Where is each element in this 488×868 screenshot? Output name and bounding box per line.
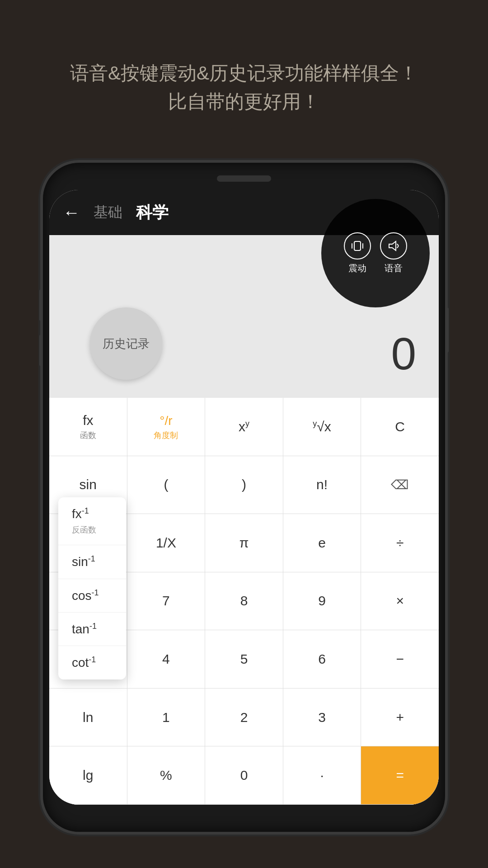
key-main-1-3: n! [316, 477, 328, 492]
popup-menu: fx-1反函数sin-1cos-1tan-1cot-1 [58, 497, 126, 679]
svg-rect-0 [354, 241, 361, 250]
promo-text: 语音&按键震动&历史记录功能样样俱全！ 比自带的更好用！ [0, 59, 488, 116]
key-sub-0-0: 函数 [80, 430, 96, 441]
key-main-6-1: % [160, 768, 172, 783]
key-0-2[interactable]: xy [205, 398, 283, 456]
key-5-0[interactable]: ln [49, 689, 127, 746]
phone-frame: ← 基础 科学 历史记录 0 fx函数°/r角度制xyy√xCsin()n!⌫c… [43, 163, 445, 832]
key-main-0-0: fx [83, 413, 93, 428]
key-main-6-4: = [396, 768, 404, 783]
popup-item-0[interactable]: fx-1反函数 [58, 497, 126, 545]
promo-line2: 比自带的更好用！ [27, 87, 461, 116]
key-5-1[interactable]: 1 [127, 689, 206, 746]
display-value: 0 [391, 328, 416, 380]
key-main-0-2: xy [239, 419, 249, 434]
key-row-5: ln123+ [49, 689, 439, 747]
key-main-0-1: °/r [160, 413, 172, 428]
float-toolbar: 震动 语音 [321, 199, 430, 307]
key-1-4[interactable]: ⌫ [361, 456, 439, 514]
key-main-3-2: 8 [240, 593, 248, 609]
key-6-1[interactable]: % [127, 746, 206, 804]
key-main-4-3: 6 [318, 651, 326, 667]
tab-basic[interactable]: 基础 [94, 203, 122, 222]
key-main-3-4: × [396, 593, 404, 609]
key-main-1-4: ⌫ [391, 477, 409, 492]
key-main-4-2: 5 [240, 651, 248, 667]
vibrate-icon [344, 232, 371, 259]
phone-screen: ← 基础 科学 历史记录 0 fx函数°/r角度制xyy√xCsin()n!⌫c… [49, 190, 439, 805]
key-4-1[interactable]: 4 [127, 630, 206, 688]
volume-down-button[interactable] [39, 335, 43, 366]
key-main-5-0: ln [83, 710, 93, 725]
vibrate-label: 震动 [348, 262, 366, 274]
back-button[interactable]: ← [63, 203, 80, 222]
key-row-6: lg%0·= [49, 746, 439, 805]
key-3-2[interactable]: 8 [205, 572, 283, 630]
key-main-6-0: lg [83, 768, 93, 783]
key-main-1-1: ( [164, 477, 168, 492]
key-1-1[interactable]: ( [127, 456, 206, 514]
key-0-4[interactable]: C [361, 398, 439, 456]
key-6-3[interactable]: · [283, 746, 361, 804]
key-main-5-4: + [396, 710, 404, 725]
key-2-4[interactable]: ÷ [361, 514, 439, 572]
history-button[interactable]: 历史记录 [90, 307, 162, 380]
svg-marker-3 [389, 241, 396, 250]
sound-icon [380, 232, 407, 259]
key-3-4[interactable]: × [361, 572, 439, 630]
key-main-0-3: y√x [313, 419, 331, 434]
key-main-1-0: sin [80, 477, 97, 492]
key-2-2[interactable]: π [205, 514, 283, 572]
key-sub-0-1: 角度制 [154, 430, 178, 441]
key-1-2[interactable]: ) [205, 456, 283, 514]
key-0-0[interactable]: fx函数 [49, 398, 127, 456]
popup-item-2[interactable]: cos-1 [58, 579, 126, 613]
key-main-3-3: 9 [318, 593, 326, 609]
key-main-6-2: 0 [240, 768, 248, 783]
key-main-2-4: ÷ [396, 535, 404, 551]
sound-button[interactable]: 语音 [380, 232, 407, 274]
key-5-2[interactable]: 2 [205, 689, 283, 746]
promo-line1: 语音&按键震动&历史记录功能样样俱全！ [27, 59, 461, 87]
sound-label: 语音 [385, 262, 403, 274]
power-button[interactable] [445, 307, 449, 353]
key-3-1[interactable]: 7 [127, 572, 206, 630]
key-4-4[interactable]: − [361, 630, 439, 688]
key-2-3[interactable]: e [283, 514, 361, 572]
popup-item-4[interactable]: cot-1 [58, 646, 126, 679]
key-main-5-1: 1 [162, 710, 170, 725]
key-0-1[interactable]: °/r角度制 [127, 398, 206, 456]
key-main-5-2: 2 [240, 710, 248, 725]
key-6-0[interactable]: lg [49, 746, 127, 804]
tab-science[interactable]: 科学 [136, 202, 169, 224]
key-main-2-3: e [318, 535, 326, 551]
key-main-6-3: · [320, 768, 324, 783]
key-0-3[interactable]: y√x [283, 398, 361, 456]
popup-item-3[interactable]: tan-1 [58, 613, 126, 646]
key-main-1-2: ) [242, 477, 246, 492]
key-main-2-1: 1/X [156, 535, 176, 551]
key-4-2[interactable]: 5 [205, 630, 283, 688]
key-5-3[interactable]: 3 [283, 689, 361, 746]
key-6-4[interactable]: = [361, 746, 439, 804]
phone-speaker [217, 175, 271, 182]
popup-item-1[interactable]: sin-1 [58, 545, 126, 579]
key-row-0: fx函数°/r角度制xyy√xC [49, 398, 439, 456]
key-main-4-1: 4 [162, 651, 170, 667]
key-6-2[interactable]: 0 [205, 746, 283, 804]
key-main-3-1: 7 [162, 593, 170, 609]
volume-up-button[interactable] [39, 289, 43, 321]
key-1-3[interactable]: n! [283, 456, 361, 514]
key-main-2-2: π [239, 535, 249, 551]
key-4-3[interactable]: 6 [283, 630, 361, 688]
key-5-4[interactable]: + [361, 689, 439, 746]
key-main-4-4: − [396, 651, 404, 667]
key-main-0-4: C [395, 419, 405, 434]
key-2-1[interactable]: 1/X [127, 514, 206, 572]
key-main-5-3: 3 [318, 710, 326, 725]
vibrate-button[interactable]: 震动 [344, 232, 371, 274]
key-3-3[interactable]: 9 [283, 572, 361, 630]
